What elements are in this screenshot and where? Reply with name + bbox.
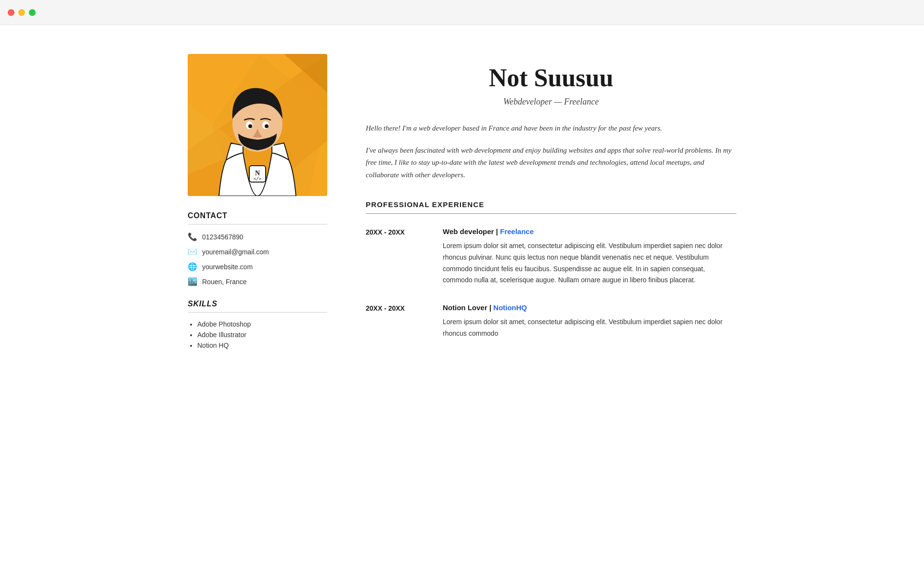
skills-divider <box>188 312 327 313</box>
main-content: Not Suusuu Webdeveloper — Freelance Hell… <box>366 54 736 549</box>
contact-email: ✉️ youremail@gmail.com <box>188 247 327 256</box>
svg-point-11 <box>265 124 269 128</box>
skills-list: Adobe Photoshop Adobe Illustrator Notion… <box>188 320 327 349</box>
maximize-button[interactable] <box>29 9 36 16</box>
experience-description-2: Lorem ipsum dolor sit amet, consectetur … <box>443 316 736 340</box>
svg-text:</>: </> <box>254 176 262 181</box>
email-address: youremail@gmail.com <box>202 248 269 256</box>
role-title-2: Notion Lover <box>443 303 488 312</box>
experience-role-1: Web developer | Freelance <box>443 227 736 236</box>
traffic-lights <box>8 9 36 16</box>
contact-section: CONTACT 📞 01234567890 ✉️ youremail@gmail… <box>188 211 327 286</box>
contact-phone: 📞 01234567890 <box>188 232 327 241</box>
skills-title: SKILLS <box>188 300 327 308</box>
profile-name: Not Suusuu <box>366 64 736 92</box>
website-icon: 🌐 <box>188 262 197 271</box>
role-title-1: Web developer <box>443 227 494 236</box>
experience-section: PROFESSIONAL EXPERIENCE 20XX - 20XX Web … <box>366 200 736 340</box>
company-link-1[interactable]: Freelance <box>500 227 534 236</box>
close-button[interactable] <box>8 9 14 16</box>
contact-divider <box>188 224 327 224</box>
experience-dates-2: 20XX - 20XX <box>366 303 424 340</box>
role-separator-2: | <box>489 303 493 312</box>
profile-subtitle: Webdeveloper — Freelance <box>366 97 736 107</box>
website-url: yourwebsite.com <box>202 263 253 271</box>
minimize-button[interactable] <box>18 9 25 16</box>
profile-image-container: N </> <box>188 54 327 196</box>
experience-item-2: 20XX - 20XX Notion Lover | NotionHQ Lore… <box>366 303 736 340</box>
role-separator-1: | <box>496 227 500 236</box>
experience-dates-1: 20XX - 20XX <box>366 227 424 286</box>
content-area: N </> CONTACT 📞 01234567890 ✉️ youremail… <box>149 25 775 578</box>
location-icon: 🏙️ <box>188 277 197 286</box>
experience-item-1: 20XX - 20XX Web developer | Freelance Lo… <box>366 227 736 286</box>
phone-number: 01234567890 <box>202 233 244 241</box>
location-text: Rouen, France <box>202 278 247 286</box>
contact-website: 🌐 yourwebsite.com <box>188 262 327 271</box>
experience-description-1: Lorem ipsum dolor sit amet, consectetur … <box>443 240 736 286</box>
contact-title: CONTACT <box>188 211 327 220</box>
company-link-2[interactable]: NotionHQ <box>493 303 527 312</box>
skill-item-2: Adobe Illustrator <box>197 331 327 339</box>
experience-details-1: Web developer | Freelance Lorem ipsum do… <box>443 227 736 286</box>
contact-location: 🏙️ Rouen, France <box>188 277 327 286</box>
phone-icon: 📞 <box>188 232 197 241</box>
svg-point-10 <box>248 124 252 128</box>
skill-item-1: Adobe Photoshop <box>197 320 327 328</box>
experience-title: PROFESSIONAL EXPERIENCE <box>366 200 736 209</box>
experience-details-2: Notion Lover | NotionHQ Lorem ipsum dolo… <box>443 303 736 340</box>
bio-paragraph-2: I've always been fascinated with web dev… <box>366 144 736 182</box>
svg-text:N: N <box>255 170 260 177</box>
email-icon: ✉️ <box>188 247 197 256</box>
skill-item-3: Notion HQ <box>197 342 327 349</box>
titlebar <box>0 0 924 25</box>
experience-divider <box>366 213 736 214</box>
page-wrapper: N </> CONTACT 📞 01234567890 ✉️ youremail… <box>0 25 924 578</box>
sidebar: N </> CONTACT 📞 01234567890 ✉️ youremail… <box>188 54 327 549</box>
experience-role-2: Notion Lover | NotionHQ <box>443 303 736 312</box>
skills-section: SKILLS Adobe Photoshop Adobe Illustrator… <box>188 300 327 349</box>
bio-paragraph-1: Hello there! I'm a web developer based i… <box>366 122 736 135</box>
